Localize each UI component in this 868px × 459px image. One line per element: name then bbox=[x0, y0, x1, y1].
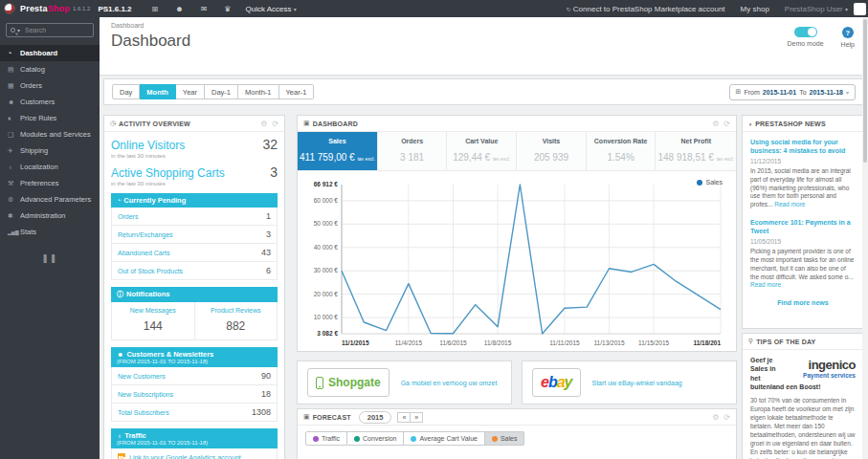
sidebar-item-administration[interactable]: ✱Administration bbox=[0, 208, 100, 224]
sidebar-item-catalog[interactable]: ▤Catalog bbox=[0, 61, 100, 77]
top-bar: PrestaShop 1.6.1.2 PS1.6.1.2 ⊞ ☻ ✉ ♛ Qui… bbox=[0, 0, 868, 17]
user-menu[interactable]: PrestaShop User ▾ bbox=[785, 5, 848, 13]
tip-body: 30 tot 70% van de consumenten in Europa … bbox=[750, 396, 856, 459]
refresh-icon[interactable]: ⟳ bbox=[723, 413, 730, 422]
tab-day-1[interactable]: Day-1 bbox=[205, 84, 238, 99]
forecast-toggle-sales[interactable]: Sales bbox=[485, 431, 525, 446]
kpi-conversion-rate[interactable]: Conversion Rate1.54% bbox=[587, 132, 657, 170]
help-label: Help bbox=[841, 41, 855, 48]
gear-icon[interactable]: ⚙ bbox=[712, 120, 719, 128]
read-more-link[interactable]: Read more bbox=[750, 281, 781, 288]
chevron-down-icon: ▾ bbox=[845, 7, 848, 12]
forecast-panel: ▣ FORECAST 2015 « » ⚙⟳ Traffic Conversio… bbox=[297, 408, 737, 459]
forecast-toggle-average-cart-value[interactable]: Average Cart Value bbox=[404, 431, 484, 446]
price-rules-icon: ♦ bbox=[8, 115, 20, 121]
active-carts-link[interactable]: Active Shopping Carts3 bbox=[111, 164, 278, 180]
sidebar-item-price-rules[interactable]: ♦Price Rules bbox=[0, 110, 100, 126]
demo-mode-toggle[interactable] bbox=[794, 27, 817, 37]
date-range-picker[interactable]: ⊞ From 2015-11-01 To 2015-11-18 ▾ bbox=[729, 84, 856, 100]
customer-icon[interactable]: ☻ bbox=[175, 5, 183, 13]
customers-newsletters-header: ☻Customers & Newsletters(FROM 2015-11-01… bbox=[111, 347, 278, 367]
sidebar-item-modules[interactable]: ❑Modules and Services bbox=[0, 126, 100, 142]
chevron-down-icon: ▾ bbox=[17, 27, 20, 33]
breadcrumb[interactable]: Dashboard bbox=[111, 22, 857, 29]
sidebar-item-dashboard[interactable]: ◔Dashboard bbox=[0, 45, 100, 61]
row-total-subscribers[interactable]: Total Subscribers1308 bbox=[111, 404, 278, 422]
svg-text:20 000 €: 20 000 € bbox=[314, 291, 339, 297]
sidebar-item-advanced-parameters[interactable]: ⚙Advanced Parameters bbox=[0, 191, 100, 208]
tab-month[interactable]: Month bbox=[140, 84, 176, 99]
svg-text:11/6/2015: 11/6/2015 bbox=[439, 339, 467, 346]
read-more-link[interactable]: Read more bbox=[774, 201, 805, 208]
forecast-back-button[interactable]: « bbox=[397, 412, 411, 423]
sidebar-item-orders[interactable]: ▦Orders bbox=[0, 77, 100, 94]
cart-icon[interactable]: ⊞ bbox=[152, 5, 159, 13]
sidebar-search[interactable]: ▾ bbox=[6, 23, 94, 37]
ebay-banner[interactable]: ebay Start uw eBay-winkel vandaag bbox=[522, 361, 737, 404]
sidebar-item-shipping[interactable]: ✈Shipping bbox=[0, 142, 100, 159]
tab-day[interactable]: Day bbox=[112, 84, 140, 99]
find-more-news-link[interactable]: Find more news bbox=[750, 299, 856, 306]
shopgate-banner[interactable]: Shopgate Ga mobiel en verhoog uw omzet bbox=[297, 361, 512, 404]
help-icon[interactable]: ? bbox=[842, 27, 854, 38]
scrollbar-thumb[interactable] bbox=[863, 19, 867, 163]
shopgate-link[interactable]: Ga mobiel en verhoog uw omzet bbox=[401, 380, 498, 386]
demo-mode-label: Demo mode bbox=[787, 40, 823, 47]
row-new-subscriptions[interactable]: New Subscriptions18 bbox=[111, 385, 278, 404]
forecast-forward-button[interactable]: » bbox=[411, 412, 423, 423]
marketplace-link[interactable]: ↻ Connect to PrestaShop Marketplace acco… bbox=[567, 5, 725, 13]
forecast-year[interactable]: 2015 bbox=[359, 411, 392, 424]
product-reviews-cell[interactable]: Product Reviews882 bbox=[194, 302, 278, 339]
prestashop-logo[interactable] bbox=[4, 3, 15, 14]
kpi-sales[interactable]: Sales411 759,00 € tax excl. bbox=[298, 132, 378, 170]
sidebar-collapse-button[interactable]: ❚❚ bbox=[0, 253, 100, 263]
kpi-cart-value[interactable]: Cart Value129,44 € tax excl. bbox=[447, 132, 517, 170]
tab-month-1[interactable]: Month-1 bbox=[238, 84, 279, 99]
tab-year-1[interactable]: Year-1 bbox=[279, 84, 315, 99]
new-messages-cell[interactable]: New Messages144 bbox=[112, 302, 194, 339]
preferences-icon: ⚒ bbox=[8, 180, 20, 187]
search-input[interactable] bbox=[25, 27, 82, 33]
pending-row-out-of-stock[interactable]: Out of Stock Products6 bbox=[111, 262, 278, 280]
sidebar-item-preferences[interactable]: ⚒Preferences bbox=[0, 175, 100, 191]
orders-icon: ▦ bbox=[8, 82, 20, 90]
gear-icon[interactable]: ⚙ bbox=[260, 120, 267, 128]
ebay-link[interactable]: Start uw eBay-winkel vandaag bbox=[592, 380, 682, 386]
svg-text:11/1/2015: 11/1/2015 bbox=[342, 339, 369, 346]
user-avatar[interactable]: 🄿 bbox=[854, 3, 866, 15]
kpi-orders[interactable]: Orders3 181 bbox=[378, 132, 448, 170]
sales-chart: Sales 66 912 €60 000 €50 000 €40 000 €30… bbox=[298, 171, 736, 355]
news-article-link[interactable]: Ecommerce 101: Payments in a Tweet bbox=[750, 218, 856, 235]
forecast-toggle-conversion[interactable]: Conversion bbox=[347, 431, 404, 446]
news-article-link[interactable]: Using social media for your business: 4 … bbox=[750, 138, 856, 155]
marketplace-icon: ↻ bbox=[567, 7, 571, 12]
achievements-icon[interactable]: ♛ bbox=[224, 5, 231, 13]
chart-legend[interactable]: Sales bbox=[697, 179, 723, 186]
pending-row-abandoned-carts[interactable]: Abandoned Carts43 bbox=[111, 244, 278, 262]
forecast-toggle-traffic[interactable]: Traffic bbox=[305, 431, 347, 446]
pending-row-orders[interactable]: Orders1 bbox=[111, 208, 278, 226]
tips-of-the-day-panel: ⚲ TIPS OF THE DAY ingenico Payment servi… bbox=[742, 333, 864, 459]
svg-text:11/8/2015: 11/8/2015 bbox=[484, 339, 512, 346]
sidebar-item-stats[interactable]: ▂▅▇Stats bbox=[0, 224, 100, 240]
globe-icon: ♁ bbox=[117, 432, 122, 439]
row-new-customers[interactable]: New Customers90 bbox=[111, 367, 278, 385]
gear-icon[interactable]: ⚙ bbox=[712, 413, 719, 422]
refresh-icon[interactable]: ⟳ bbox=[272, 120, 278, 128]
sidebar-item-customers[interactable]: ☻Customers bbox=[0, 94, 100, 110]
tab-year[interactable]: Year bbox=[176, 84, 205, 99]
online-visitors-link[interactable]: Online Visitors32 bbox=[111, 137, 278, 152]
pending-row-returns[interactable]: Return/Exchanges3 bbox=[111, 226, 278, 244]
refresh-icon[interactable]: ⟳ bbox=[723, 120, 730, 128]
svg-text:11/18/201: 11/18/201 bbox=[693, 339, 721, 346]
my-shop-link[interactable]: My shop bbox=[741, 5, 769, 13]
chevron-down-icon: ▾ bbox=[294, 7, 297, 12]
kpi-net-profit[interactable]: Net Profit148 918,51 € tax excl. bbox=[656, 132, 736, 170]
google-analytics-link[interactable]: Link to your Google Analytics account bbox=[111, 448, 278, 459]
kpi-visits[interactable]: Visits205 939 bbox=[517, 132, 587, 170]
quick-access-menu[interactable]: Quick Access ▾ bbox=[246, 5, 297, 13]
messages-icon[interactable]: ✉ bbox=[201, 5, 208, 13]
page-scrollbar[interactable] bbox=[862, 17, 868, 459]
forecast-cart-icon: ▣ bbox=[303, 413, 310, 421]
sidebar-item-localization[interactable]: ♁Localization bbox=[0, 159, 100, 175]
